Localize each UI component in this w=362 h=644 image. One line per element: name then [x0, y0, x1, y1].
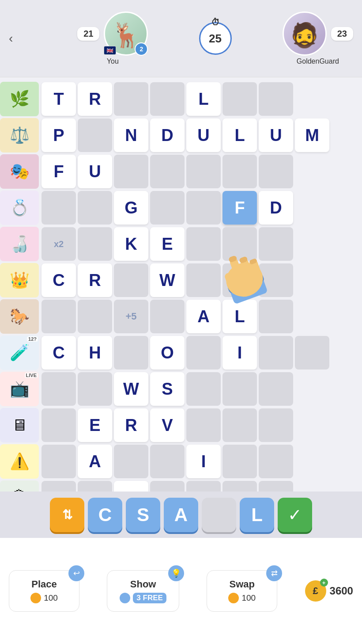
- cell-8-0[interactable]: [41, 372, 76, 406]
- shuffle-button[interactable]: ⇅: [50, 498, 84, 532]
- cell-4-6[interactable]: [259, 227, 293, 261]
- cell-8-5[interactable]: [222, 372, 257, 406]
- cell-10-5[interactable]: [222, 445, 257, 478]
- cell-6-0[interactable]: [41, 300, 76, 333]
- cell-7-5[interactable]: I: [222, 336, 257, 370]
- cell-0-1[interactable]: R: [78, 82, 112, 116]
- cell-4-1[interactable]: [78, 227, 112, 261]
- cell-4-5[interactable]: [222, 227, 257, 261]
- cell-4-4[interactable]: [186, 227, 221, 261]
- cell-7-0[interactable]: C: [41, 336, 76, 370]
- cell-1-1[interactable]: [78, 118, 112, 152]
- gold-button[interactable]: £ +: [305, 580, 326, 602]
- bottom-tiles: ⇅ C S A L ✓: [0, 492, 362, 538]
- tile-empty[interactable]: [202, 498, 236, 532]
- cell-5-5[interactable]: [222, 263, 257, 297]
- cell-2-3[interactable]: [150, 155, 185, 188]
- cell-10-1[interactable]: A: [78, 445, 112, 478]
- cell-2-2[interactable]: [114, 155, 148, 188]
- tile-L[interactable]: L: [240, 498, 274, 532]
- cell-4-2[interactable]: K: [114, 227, 148, 261]
- cell-1-3[interactable]: D: [150, 118, 185, 152]
- cell-10-6[interactable]: [259, 445, 293, 478]
- cell-3-5-blue[interactable]: F: [222, 191, 257, 225]
- cell-2-5[interactable]: [222, 155, 257, 188]
- cell-7-6[interactable]: [259, 336, 293, 370]
- confirm-button[interactable]: ✓: [278, 498, 312, 532]
- grid-row-10: ⚠️ A I: [0, 443, 362, 480]
- cell-4-3[interactable]: E: [150, 227, 185, 261]
- cell-9-1[interactable]: E: [78, 408, 112, 442]
- player-opponent-name: GoldenGuard: [297, 57, 339, 65]
- cell-7-7[interactable]: [295, 336, 329, 370]
- cell-5-3[interactable]: W: [150, 263, 185, 297]
- cell-3-6[interactable]: D: [259, 191, 293, 225]
- cell-7-1[interactable]: H: [78, 336, 112, 370]
- tile-C[interactable]: C: [88, 498, 122, 532]
- cell-8-1[interactable]: [78, 372, 112, 406]
- cell-9-4[interactable]: [186, 408, 221, 442]
- cell-5-4[interactable]: [186, 263, 221, 297]
- cell-10-4[interactable]: I: [186, 445, 221, 478]
- cell-1-2[interactable]: N: [114, 118, 148, 152]
- tile-S[interactable]: S: [126, 498, 160, 532]
- place-button[interactable]: ↩ Place 100: [9, 570, 79, 612]
- cell-9-5[interactable]: [222, 408, 257, 442]
- tile-A[interactable]: A: [164, 498, 198, 532]
- cell-1-6[interactable]: U: [259, 118, 293, 152]
- cell-3-1[interactable]: [78, 191, 112, 225]
- cell-5-1[interactable]: R: [78, 263, 112, 297]
- cell-1-4[interactable]: U: [186, 118, 221, 152]
- cell-5-2[interactable]: [114, 263, 148, 297]
- cell-6-2[interactable]: +5: [114, 300, 148, 333]
- swap-button[interactable]: ⇄ Swap 100: [207, 570, 277, 612]
- clue-9: 🖥: [0, 408, 39, 442]
- cell-0-3[interactable]: [150, 82, 185, 116]
- coin-icon-swap: [228, 593, 239, 603]
- cell-0-6[interactable]: [259, 82, 293, 116]
- cell-7-2[interactable]: [114, 336, 148, 370]
- cell-0-0[interactable]: T: [41, 82, 76, 116]
- action-bar: ↩ Place 100 💡 Show 3 FREE ⇄ Swap 100 £ +…: [0, 538, 362, 644]
- cell-10-3[interactable]: [150, 445, 185, 478]
- cell-2-4[interactable]: [186, 155, 221, 188]
- cell-1-5[interactable]: L: [222, 118, 257, 152]
- cell-0-4[interactable]: L: [186, 82, 221, 116]
- flag-you: 🇬🇧: [104, 46, 116, 55]
- cell-8-2[interactable]: W: [114, 372, 148, 406]
- cell-9-6[interactable]: [259, 408, 293, 442]
- cell-0-5[interactable]: [222, 82, 257, 116]
- cell-0-2[interactable]: [114, 82, 148, 116]
- cell-6-3[interactable]: [150, 300, 185, 333]
- cell-9-0[interactable]: [41, 408, 76, 442]
- cell-2-6[interactable]: [259, 155, 293, 188]
- cell-6-6[interactable]: [259, 300, 293, 333]
- cell-5-6[interactable]: [259, 263, 293, 297]
- grid-row-8: 📺 LIVE W S: [0, 371, 362, 407]
- cell-7-3[interactable]: O: [150, 336, 185, 370]
- cell-8-4[interactable]: [186, 372, 221, 406]
- cell-6-5[interactable]: L: [222, 300, 257, 333]
- cell-2-1[interactable]: U: [78, 155, 112, 188]
- show-button[interactable]: 💡 Show 3 FREE: [107, 570, 179, 612]
- back-button[interactable]: ‹: [9, 31, 26, 46]
- cell-1-0[interactable]: P: [41, 118, 76, 152]
- cell-6-4[interactable]: A: [186, 300, 221, 333]
- cell-9-3[interactable]: V: [150, 408, 185, 442]
- cell-1-7[interactable]: M: [295, 118, 329, 152]
- cell-8-6[interactable]: [259, 372, 293, 406]
- cell-10-0[interactable]: [41, 445, 76, 478]
- cell-4-0[interactable]: x2: [41, 227, 76, 261]
- cell-2-0[interactable]: F: [41, 155, 76, 188]
- cell-3-3[interactable]: [150, 191, 185, 225]
- cell-3-4[interactable]: [186, 191, 221, 225]
- cell-5-0[interactable]: C: [41, 263, 76, 297]
- cell-3-2[interactable]: G: [114, 191, 148, 225]
- free-coin-icon: [120, 593, 130, 603]
- cell-10-2[interactable]: [114, 445, 148, 478]
- cell-7-4[interactable]: [186, 336, 221, 370]
- cell-3-0[interactable]: [41, 191, 76, 225]
- cell-9-2[interactable]: R: [114, 408, 148, 442]
- cell-8-3[interactable]: S: [150, 372, 185, 406]
- cell-6-1[interactable]: [78, 300, 112, 333]
